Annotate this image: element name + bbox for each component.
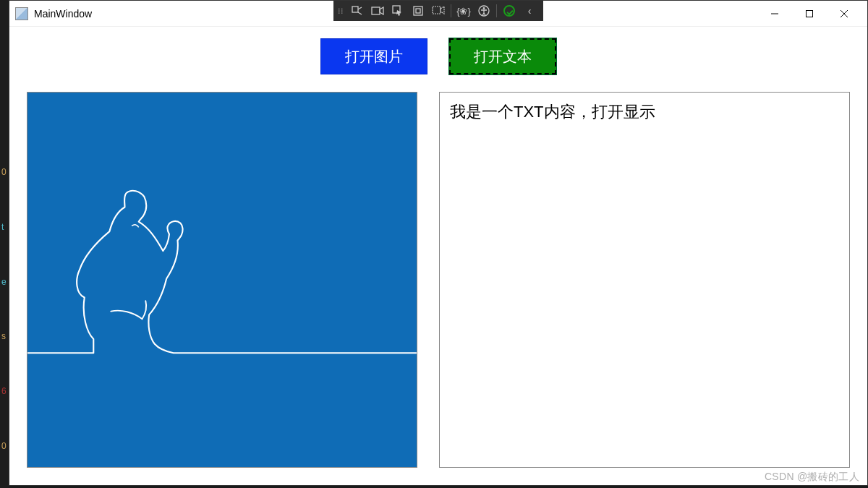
line-art-person-icon (27, 93, 417, 440)
toolbar-grip-icon[interactable]: ⁞⁞ (338, 7, 344, 16)
toolbar-separator (496, 4, 497, 17)
camera-icon[interactable] (368, 2, 387, 20)
collapse-chevron-icon[interactable]: ‹ (520, 2, 539, 20)
svg-point-7 (483, 7, 485, 9)
close-button[interactable] (827, 2, 861, 25)
main-window: MainWindow ⁞⁞ {❀} ‹ 打开图片 打开文本 (9, 0, 868, 486)
open-text-button[interactable]: 打开文本 (449, 38, 556, 74)
text-content: 我是一个TXT内容，打开显示 (450, 101, 839, 124)
live-visual-tree-icon[interactable] (348, 2, 367, 20)
content-area: 打开图片 打开文本 我是一个TXT内容，打开显示 (9, 27, 867, 485)
pass-check-icon[interactable] (500, 2, 519, 20)
inspect-braces-icon[interactable]: {❀} (454, 2, 473, 20)
button-row: 打开图片 打开文本 (27, 38, 850, 74)
toolbar-separator (451, 4, 451, 17)
hot-reload-icon[interactable] (429, 2, 448, 20)
accessibility-icon[interactable] (475, 2, 493, 20)
window-title: MainWindow (34, 8, 92, 20)
window-controls (757, 2, 861, 25)
panels-row: 我是一个TXT内容，打开显示 (27, 92, 850, 468)
svg-rect-0 (352, 7, 358, 12)
open-image-button[interactable]: 打开图片 (320, 38, 427, 74)
image-display-panel (27, 92, 417, 468)
svg-rect-4 (416, 9, 420, 13)
minimize-button[interactable] (757, 2, 792, 25)
svg-rect-1 (372, 7, 380, 14)
text-display-panel: 我是一个TXT内容，打开显示 (439, 92, 850, 468)
svg-rect-5 (433, 7, 441, 14)
app-icon (15, 7, 28, 20)
titlebar[interactable]: MainWindow ⁞⁞ {❀} ‹ (9, 1, 867, 27)
watermark-text: CSDN @搬砖的工人 (765, 471, 859, 484)
layout-adorners-icon[interactable] (409, 2, 427, 20)
svg-rect-9 (807, 10, 813, 17)
maximize-button[interactable] (792, 2, 827, 25)
svg-rect-3 (414, 7, 422, 15)
debug-toolbar: ⁞⁞ {❀} ‹ (333, 1, 543, 21)
select-element-icon[interactable] (388, 2, 407, 20)
